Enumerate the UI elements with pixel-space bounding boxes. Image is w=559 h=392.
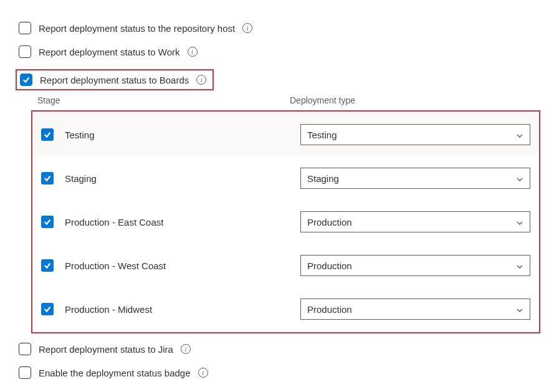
checkbox-jira[interactable] bbox=[19, 343, 31, 355]
deployment-type-select-prod-midwest[interactable]: Production bbox=[300, 299, 530, 320]
deployment-type-value: Production bbox=[307, 261, 352, 271]
checkbox-work[interactable] bbox=[19, 45, 31, 58]
deployment-type-value: Staging bbox=[307, 173, 339, 184]
stage-row: Staging Staging bbox=[34, 156, 538, 200]
option-label-jira: Report deployment status to Jira bbox=[39, 344, 173, 355]
stage-row: Production - West Coast Production bbox=[34, 244, 538, 287]
chevron-down-icon bbox=[516, 305, 523, 313]
option-row-badge: Enable the deployment status badge i bbox=[19, 366, 540, 379]
chevron-down-icon bbox=[516, 131, 523, 138]
stage-row: Production - Midwest Production bbox=[34, 287, 538, 331]
checkbox-stage-prod-west[interactable] bbox=[41, 259, 54, 272]
checkbox-stage-staging[interactable] bbox=[41, 172, 54, 184]
checkbox-stage-testing[interactable] bbox=[41, 128, 54, 141]
deployment-type-select-prod-west[interactable]: Production bbox=[300, 255, 530, 276]
stage-name: Production - West Coast bbox=[65, 261, 289, 271]
info-icon[interactable]: i bbox=[188, 47, 198, 57]
stages-container: Stage Deployment type Testing Testing St… bbox=[31, 95, 540, 333]
stage-name: Production - East Coast bbox=[65, 217, 289, 227]
option-label-repo-host: Report deployment status to the reposito… bbox=[39, 23, 235, 34]
checkbox-boards[interactable] bbox=[20, 74, 32, 86]
option-label-boards: Report deployment status to Boards bbox=[40, 75, 189, 85]
stage-row: Production - East Coast Production bbox=[34, 200, 538, 244]
header-deployment-type: Deployment type bbox=[290, 95, 355, 105]
option-label-work: Report deployment status to Work bbox=[39, 47, 180, 57]
option-label-badge: Enable the deployment status badge bbox=[39, 368, 191, 378]
option-row-jira: Report deployment status to Jira i bbox=[19, 343, 540, 355]
stage-row: Testing Testing bbox=[34, 113, 538, 156]
stage-name: Production - Midwest bbox=[65, 304, 289, 315]
checkbox-repo-host[interactable] bbox=[19, 22, 31, 34]
chevron-down-icon bbox=[516, 218, 523, 226]
stage-name: Testing bbox=[65, 130, 289, 140]
checkbox-badge[interactable] bbox=[19, 366, 31, 379]
deployment-type-select-prod-east[interactable]: Production bbox=[300, 211, 530, 232]
info-icon[interactable]: i bbox=[198, 368, 208, 378]
deployment-type-value: Production bbox=[307, 217, 352, 227]
chevron-down-icon bbox=[516, 262, 523, 269]
checkbox-stage-prod-midwest[interactable] bbox=[41, 303, 54, 315]
deployment-type-value: Production bbox=[307, 304, 352, 315]
checkbox-stage-prod-east[interactable] bbox=[41, 216, 54, 228]
option-row-repo-host: Report deployment status to the reposito… bbox=[19, 22, 540, 34]
deployment-type-select-staging[interactable]: Staging bbox=[300, 168, 530, 189]
info-icon[interactable]: i bbox=[181, 344, 191, 354]
chevron-down-icon bbox=[516, 174, 523, 182]
option-row-work: Report deployment status to Work i bbox=[19, 45, 540, 58]
stage-name: Staging bbox=[65, 173, 289, 184]
info-icon[interactable]: i bbox=[196, 75, 206, 85]
deployment-type-select-testing[interactable]: Testing bbox=[300, 124, 530, 145]
header-stage: Stage bbox=[37, 95, 290, 105]
option-row-boards-highlighted: Report deployment status to Boards i bbox=[16, 69, 214, 90]
stages-body-highlighted: Testing Testing Staging Staging bbox=[31, 110, 540, 333]
deployment-type-value: Testing bbox=[307, 130, 337, 140]
stages-headers: Stage Deployment type bbox=[31, 95, 540, 110]
info-icon[interactable]: i bbox=[242, 23, 252, 33]
